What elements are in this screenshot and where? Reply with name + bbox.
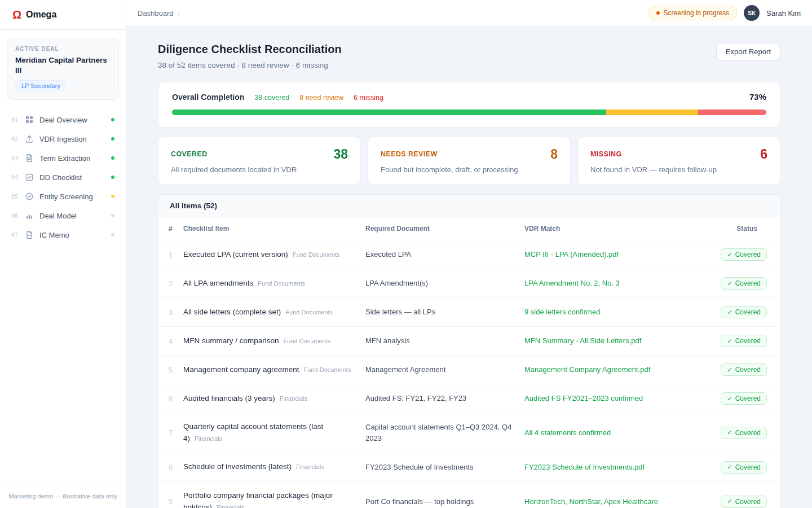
need-review-count-label: 8 need review (299, 94, 343, 102)
sidebar: Ω Omega ACTIVE DEAL Meridian Capital Par… (0, 0, 126, 508)
step-number: 02 (11, 136, 19, 142)
status-badge: ✓ Covered (721, 277, 767, 290)
check-icon: ✓ (727, 280, 732, 287)
sidebar-item-term-extraction[interactable]: 03 Term Extraction (0, 148, 126, 168)
covered-count-label: 38 covered (254, 94, 289, 102)
table-section-title: All items (52) (158, 195, 780, 217)
covered-card-title: COVERED (171, 147, 208, 158)
missing-count-label: 6 missing (354, 94, 383, 102)
check-icon: ✓ (727, 498, 732, 505)
covered-card-desc: All required documents located in VDR (171, 165, 348, 174)
required-document: Port Co financials — top holdings (365, 481, 524, 508)
check-icon: ✓ (727, 366, 732, 374)
document-icon (25, 154, 34, 163)
vdr-match-link[interactable]: FY2023 Schedule of Investments.pdf (524, 453, 708, 481)
grid-icon (25, 115, 34, 124)
status-dot (111, 195, 114, 198)
checklist-item-name: Management company agreement (183, 365, 299, 374)
vdr-match-link[interactable]: HorizonTech, NorthStar, Apex Healthcare (524, 481, 708, 508)
row-number: 3 (158, 298, 183, 327)
status-badge: ✓ Covered (721, 392, 767, 405)
table-row[interactable]: 3 All side letters (complete set)Fund Do… (158, 298, 780, 327)
status-label: Covered (735, 429, 761, 437)
needs-review-card-title: NEEDS REVIEW (381, 147, 438, 158)
check-icon: ✓ (727, 309, 732, 316)
bar-chart-icon (25, 211, 34, 220)
checklist-item-name: Audited financials (3 years) (183, 394, 275, 402)
sidebar-item-label: IC Memo (39, 231, 105, 239)
sidebar-item-deal-overview[interactable]: 01 Deal Overview (0, 110, 126, 129)
row-number: 4 (158, 327, 183, 356)
breadcrumb-separator: / (178, 9, 180, 17)
sidebar-item-label: VDR Ingestion (39, 135, 105, 143)
checklist-item-name: All LPA amendments (183, 279, 253, 287)
sidebar-item-label: Entity Screening (39, 192, 105, 201)
vdr-match-link[interactable]: 9 side letters confirmed (524, 298, 708, 327)
sidebar-item-ic-memo[interactable]: 07 IC Memo (0, 225, 126, 244)
breadcrumb[interactable]: Dashboard (138, 9, 174, 17)
sidebar-item-entity-screening[interactable]: 05 Entity Screening (0, 187, 126, 206)
category-tag: Fund Documents (285, 309, 333, 316)
table-row[interactable]: 7 Quarterly capital account statements (… (158, 413, 780, 453)
check-icon: ✓ (727, 395, 732, 402)
category-tag: Financials (296, 463, 324, 470)
status-label: Covered (735, 279, 761, 287)
vdr-match-link[interactable]: MFN Summary - All Side Letters.pdf (524, 327, 708, 356)
progress-segment-missing (698, 110, 766, 115)
missing-card-title: MISSING (590, 147, 622, 158)
required-document: MFN analysis (365, 327, 524, 356)
avatar[interactable]: SK (744, 5, 760, 21)
vdr-match-link[interactable]: Audited FS FY2021–2023 confirmed (524, 384, 708, 413)
checklist-item-name: All side letters (complete set) (183, 308, 281, 316)
vdr-match-link[interactable]: Management Company Agreement.pdf (524, 356, 708, 384)
table-row[interactable]: 9 Portfolio company financial packages (… (158, 481, 780, 508)
vdr-match-link[interactable]: All 4 statements confirmed (524, 413, 708, 453)
status-badge: ✓ Covered (721, 364, 767, 376)
col-header-number: # (158, 217, 183, 240)
table-row[interactable]: 8 Schedule of investments (latest)Financ… (158, 453, 780, 481)
required-document: Side letters — all LPs (365, 298, 524, 327)
sidebar-item-vdr-ingestion[interactable]: 02 VDR Ingestion (0, 129, 126, 148)
checklist-table: # Checklist Item Required Document VDR M… (158, 217, 780, 508)
export-report-button[interactable]: Export Report (716, 43, 780, 60)
sidebar-item-label: Term Extraction (39, 154, 105, 163)
table-row[interactable]: 1 Executed LPA (current version)Fund Doc… (158, 240, 780, 269)
row-number: 6 (158, 384, 183, 413)
row-number: 1 (158, 240, 183, 269)
required-document: Executed LPA (365, 240, 524, 269)
row-number: 2 (158, 269, 183, 298)
sidebar-item-dd-checklist[interactable]: 04 DD Checklist (0, 168, 126, 187)
step-number: 06 (11, 213, 19, 219)
status-dot (111, 137, 114, 141)
status-badge: ✓ Covered (721, 306, 767, 318)
category-tag: Fund Documents (304, 366, 351, 373)
upload-icon (25, 134, 34, 143)
active-deal-name: Meridian Capital Partners III (15, 55, 111, 75)
status-label: Covered (735, 366, 761, 374)
missing-card-desc: Not found in VDR — requires follow-up (590, 165, 767, 174)
screening-status-label: Screening in progress (664, 9, 730, 17)
status-dot (111, 176, 114, 179)
table-row[interactable]: 6 Audited financials (3 years)Financials… (158, 384, 780, 413)
sidebar-item-deal-model[interactable]: 06 Deal Model (0, 206, 126, 225)
table-row[interactable]: 5 Management company agreementFund Docum… (158, 356, 780, 384)
checklist-item-name: Portfolio company financial packages (ma… (183, 491, 333, 508)
table-row[interactable]: 4 MFN summary / comparisonFund Documents… (158, 327, 780, 356)
col-header-required-document: Required Document (365, 217, 524, 240)
brand: Ω Omega (0, 0, 126, 30)
missing-summary-card: MISSING 6 Not found in VDR — requires fo… (577, 137, 780, 185)
status-dot (111, 214, 114, 217)
user-name: Sarah Kim (766, 9, 801, 17)
topbar-right: Screening in progress SK Sarah Kim (648, 5, 801, 21)
status-label: Covered (735, 498, 761, 506)
vdr-match-link[interactable]: MCP III - LPA (Amended).pdf (524, 240, 708, 269)
table-row[interactable]: 2 All LPA amendmentsFund Documents LPA A… (158, 269, 780, 298)
status-badge: ✓ Covered (721, 427, 767, 439)
sidebar-footer-note: Marketing demo — illustrative data only (0, 485, 126, 508)
vdr-match-link[interactable]: LPA Amendment No. 2, No. 3 (524, 269, 708, 298)
step-number: 04 (11, 174, 19, 181)
required-document: LPA Amendment(s) (365, 269, 524, 298)
covered-summary-card: COVERED 38 All required documents locate… (158, 137, 361, 185)
checklist-item-name: Executed LPA (current version) (183, 250, 288, 259)
status-label: Covered (735, 463, 761, 471)
